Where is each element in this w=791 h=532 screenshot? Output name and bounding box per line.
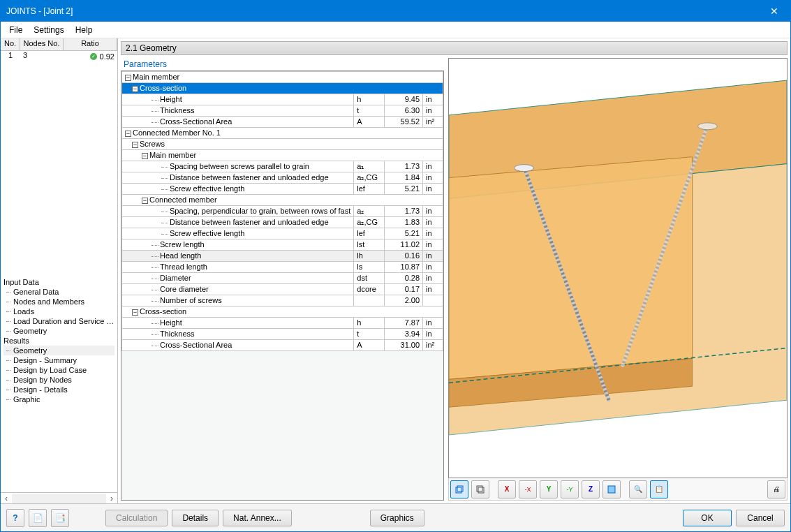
menu-bar: File Settings Help	[1, 22, 790, 38]
section-title: 2.1 Geometry	[121, 41, 788, 55]
row-spacing-perp[interactable]: Spacing, perpendicular to grain, between…	[122, 206, 443, 217]
view3d-toolbar: X -X Y -Y Z 🔍 📋 🖨	[448, 478, 788, 501]
parameters-area: Parameters −Main member −Cross-section H…	[121, 58, 444, 501]
tree-r-graphic[interactable]: Graphic	[3, 394, 114, 404]
row-head-length[interactable]: Head lengthlh0.16in	[122, 251, 443, 262]
minus-icon[interactable]: −	[142, 153, 148, 159]
col-no[interactable]: No.	[1, 38, 20, 50]
group-cross-section-2[interactable]: −Cross-section	[122, 306, 443, 318]
menu-file[interactable]: File	[3, 23, 28, 37]
svg-point-7	[515, 165, 534, 172]
row-dist-fastener-1[interactable]: Distance between fastener and unloaded e…	[122, 172, 443, 184]
check-icon: ✓	[90, 53, 97, 60]
tree-geometry[interactable]: Geometry	[3, 326, 114, 336]
tree-load-duration[interactable]: Load Duration and Service Clas	[3, 316, 114, 326]
row-core-diameter[interactable]: Core diameterdcore0.17in	[122, 284, 443, 295]
group-main-member[interactable]: −Main member	[122, 72, 443, 83]
scroll-left-icon[interactable]: ‹	[1, 494, 12, 503]
menu-help[interactable]: Help	[70, 23, 98, 37]
view-zoom-button[interactable]: 🔍	[629, 480, 647, 498]
minus-icon[interactable]: −	[132, 142, 138, 148]
svg-rect-11	[456, 487, 461, 493]
nav-row-1[interactable]: 1 3 ✓ 0.92	[1, 51, 117, 62]
view-x-button[interactable]: X	[498, 480, 516, 498]
left-panel: No. Nodes No. Ratio 1 3 ✓ 0.92 Input Dat…	[1, 38, 118, 503]
view3d-panel: X -X Y -Y Z 🔍 📋 🖨	[448, 58, 788, 501]
tree-r-loadcase[interactable]: Design by Load Case	[3, 365, 114, 375]
row-screw-eff-len-1[interactable]: Screw effective lengthlef5.21in	[122, 184, 443, 195]
app-window: JOINTS - [Joint 2] ✕ File Settings Help …	[0, 0, 791, 532]
tree-r-geometry[interactable]: Geometry	[3, 346, 114, 355]
nav-table-header: No. Nodes No. Ratio	[1, 38, 117, 51]
group-connected-member[interactable]: −Connected Member No. 1	[122, 128, 443, 139]
svg-rect-14	[478, 487, 484, 493]
row-csa-2[interactable]: Cross-Sectional AreaA31.00in²	[122, 340, 443, 351]
view-iso1-button[interactable]	[450, 480, 468, 498]
view-copy-button[interactable]: 📋	[650, 480, 668, 498]
row-height-2[interactable]: Heighth7.87in	[122, 318, 443, 329]
tree-nodes-members[interactable]: Nodes and Members	[3, 297, 114, 306]
view3d-canvas[interactable]	[448, 58, 788, 478]
ok-button[interactable]: OK	[683, 510, 732, 526]
view-y-button[interactable]: Y	[540, 480, 558, 498]
tree-r-nodes[interactable]: Design by Nodes	[3, 375, 114, 385]
tree-general-data[interactable]: General Data	[3, 287, 114, 297]
minus-icon[interactable]: −	[142, 198, 148, 204]
row-thread-length[interactable]: Thread lengthls10.87in	[122, 262, 443, 273]
titlebar: JOINTS - [Joint 2] ✕	[1, 1, 790, 22]
view-z-button[interactable]: Z	[582, 480, 600, 498]
col-ratio[interactable]: Ratio	[64, 38, 117, 50]
minus-icon[interactable]: −	[125, 131, 131, 137]
cancel-button[interactable]: Cancel	[736, 510, 785, 526]
main-area: No. Nodes No. Ratio 1 3 ✓ 0.92 Input Dat…	[1, 38, 790, 503]
group-cross-section[interactable]: −Cross-section	[122, 83, 443, 94]
nav-table-body	[1, 62, 117, 276]
tree-loads[interactable]: Loads	[3, 306, 114, 316]
bottom-bar: ? 📄 📑 Calculation Details Nat. Annex... …	[1, 503, 790, 531]
row-thickness-2[interactable]: Thicknesst3.94in	[122, 329, 443, 340]
view-yneg-button[interactable]: -Y	[561, 480, 579, 498]
center-panel: 2.1 Geometry Parameters −Main member −Cr…	[118, 38, 790, 503]
row-dist-fastener-2[interactable]: Distance between fastener and unloaded e…	[122, 217, 443, 228]
scroll-right-icon[interactable]: ›	[106, 494, 117, 503]
menu-settings[interactable]: Settings	[28, 23, 69, 37]
export-button[interactable]: 📄	[29, 509, 47, 527]
tree-r-details[interactable]: Design - Details	[3, 385, 114, 394]
content-row: Parameters −Main member −Cross-section H…	[121, 58, 788, 501]
minus-icon[interactable]: −	[125, 75, 131, 81]
group-screws[interactable]: −Screws	[122, 139, 443, 150]
help-button[interactable]: ?	[6, 509, 24, 527]
graphics-button[interactable]: Graphics	[370, 510, 424, 526]
tree-input-data[interactable]: Input Data	[3, 277, 114, 287]
row-thickness[interactable]: Thicknesst6.30in	[122, 105, 443, 117]
view-cube-button[interactable]	[603, 480, 621, 498]
window-title: JOINTS - [Joint 2]	[6, 6, 73, 16]
details-button[interactable]: Details	[172, 510, 219, 526]
group-screws-main[interactable]: −Main member	[122, 150, 443, 161]
row-screw-eff-len-2[interactable]: Screw effective lengthlef5.21in	[122, 228, 443, 239]
view-xneg-button[interactable]: -X	[519, 480, 537, 498]
import-button[interactable]: 📑	[51, 509, 69, 527]
svg-rect-15	[608, 486, 615, 493]
row-num-screws[interactable]: Number of screws2.00	[122, 295, 443, 306]
minus-icon[interactable]: −	[132, 86, 138, 92]
group-screws-connected[interactable]: −Connected member	[122, 195, 443, 206]
svg-point-10	[698, 123, 718, 130]
tree-hscroll[interactable]: ‹ ›	[1, 492, 117, 503]
row-height[interactable]: Heighth9.45in	[122, 94, 443, 105]
parameters-table[interactable]: −Main member −Cross-section Heighth9.45i…	[121, 71, 444, 501]
tree-r-summary[interactable]: Design - Summary	[3, 355, 114, 365]
row-diameter[interactable]: Diameterdst0.28in	[122, 273, 443, 284]
tree-results[interactable]: Results	[3, 336, 114, 346]
row-csa[interactable]: Cross-Sectional AreaA59.52in²	[122, 117, 443, 128]
svg-rect-13	[477, 486, 482, 492]
col-nodes[interactable]: Nodes No.	[20, 38, 64, 50]
view-iso2-button[interactable]	[471, 480, 489, 498]
minus-icon[interactable]: −	[132, 309, 138, 316]
close-button[interactable]: ✕	[758, 1, 790, 22]
row-spacing-parallel[interactable]: Spacing between screws parallel to grain…	[122, 161, 443, 172]
row-screw-length[interactable]: Screw lengthlst11.02in	[122, 239, 443, 251]
calculation-button[interactable]: Calculation	[105, 510, 168, 526]
nat-annex-button[interactable]: Nat. Annex...	[223, 510, 292, 526]
view-print-button[interactable]: 🖨	[767, 480, 785, 498]
